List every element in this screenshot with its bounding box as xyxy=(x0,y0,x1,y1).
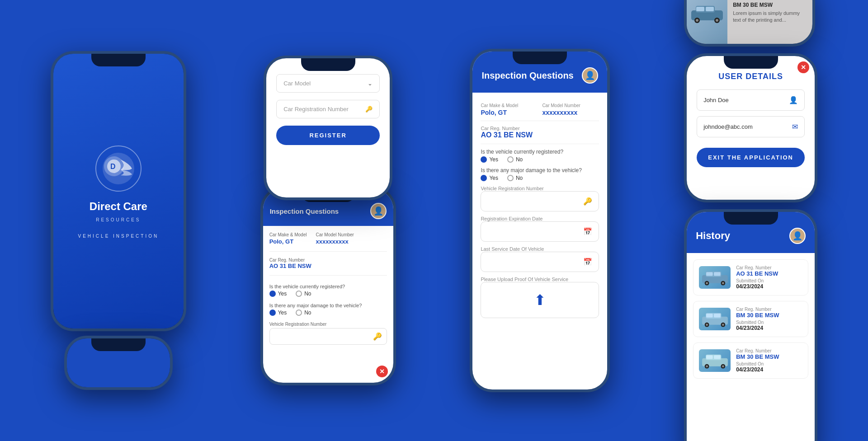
phone-notch-main xyxy=(513,52,567,64)
phone-notch-bottom xyxy=(91,338,146,351)
car-make-item: Car Make & Model Polo, GT xyxy=(481,101,538,116)
history-sub-label-3: Submitted On xyxy=(736,361,779,366)
upload-input[interactable]: ⬆ xyxy=(481,282,599,318)
history-card-3[interactable]: Car Reg. Number BM 30 BE MSW Submitted O… xyxy=(693,342,808,379)
splash-subtitle: RESOURCES xyxy=(96,217,141,222)
phone-notch-history xyxy=(724,212,778,225)
car-preview-info: BM 30 BE MSW Lorem ipsum is simply dummy… xyxy=(727,0,812,44)
key-icon: 🔑 xyxy=(365,106,373,113)
q2-main-label: Is there any major damage to the vehicle… xyxy=(481,167,599,174)
name-value: John Doe xyxy=(703,97,729,103)
car-reg-number-label: Car Reg. Number xyxy=(269,258,387,263)
history-car-img-3 xyxy=(699,349,731,372)
user-icon: 👤 xyxy=(789,96,798,104)
car-info-row: Car Make & Model Polo, GT Car Model Numb… xyxy=(269,232,387,245)
q1-main-no-label: No xyxy=(516,156,523,163)
user-avatar-main: 👤 xyxy=(582,67,598,84)
q1-main-label: Is the vehicle currently registered? xyxy=(481,149,599,155)
q1-no[interactable]: No xyxy=(296,291,311,297)
history-card-info-1: Car Reg. Number AO 31 BE NSW Submitted O… xyxy=(736,265,778,290)
q2-main-no-radio xyxy=(507,175,514,181)
key-icon-reg: 🔑 xyxy=(373,332,382,341)
q2-no-label: No xyxy=(304,310,311,316)
q1-main-no-radio xyxy=(507,156,514,163)
phone-notch-reg xyxy=(301,58,355,71)
q1-main-radio: Yes No xyxy=(481,156,599,163)
q1-main-section: Is the vehicle currently registered? Yes… xyxy=(481,149,599,163)
close-button-user[interactable]: ✕ xyxy=(797,61,809,73)
close-button-insp-back[interactable]: ✕ xyxy=(376,366,388,377)
vehicle-reg-main-input[interactable]: 🔑 xyxy=(481,191,599,211)
q2-main-no[interactable]: No xyxy=(507,175,523,181)
name-field[interactable]: John Doe 👤 xyxy=(697,89,805,111)
q1-no-label: No xyxy=(304,291,311,297)
exit-button[interactable]: EXIT THE APPLICATION xyxy=(697,148,805,167)
user-details-title: USER DETAILS xyxy=(697,72,805,81)
q2-no[interactable]: No xyxy=(296,310,311,316)
q2-main-yes[interactable]: Yes xyxy=(481,175,498,181)
dropdown-icon: ⌄ xyxy=(368,80,373,87)
q1-main-no[interactable]: No xyxy=(507,156,523,163)
history-card-2[interactable]: Car Reg. Number BM 30 BE MSW Submitted O… xyxy=(693,301,808,337)
phone-history: History 👤 xyxy=(684,209,817,441)
car-reg-number-value: AO 31 BE NSW xyxy=(269,263,387,269)
q1-no-radio xyxy=(296,291,302,297)
q2-radio-row: Yes No xyxy=(269,310,387,316)
register-button[interactable]: REGISTER xyxy=(276,126,380,145)
q1-section: Is the vehicle currently registered? Yes… xyxy=(269,281,387,297)
history-sub-label-2: Submitted On xyxy=(736,320,779,325)
svg-point-32 xyxy=(706,365,708,367)
reg-exp-label: Registration Expiration Date xyxy=(481,216,599,221)
q2-main-no-label: No xyxy=(516,175,523,181)
history-car-img-2 xyxy=(699,308,731,330)
last-service-label: Last Service Date Of Vehicle xyxy=(481,246,599,252)
email-field[interactable]: johndoe@abc.com ✉ xyxy=(697,116,805,137)
car-make-col: Car Make & Model Polo, GT xyxy=(269,232,307,245)
history-reg-value-2: BM 30 BE MSW xyxy=(736,312,779,319)
car-info-grid: Car Make & Model Polo, GT Car Model Numb… xyxy=(481,101,599,116)
q2-yes[interactable]: Yes xyxy=(269,310,287,316)
upload-label: Please Upload Proof Of Vehicle Service xyxy=(481,277,599,282)
vehicle-reg-field[interactable]: 🔑 xyxy=(269,328,387,345)
history-sub-date-1: 04/23/2024 xyxy=(736,283,778,290)
insp-back-title: Inspection Questions xyxy=(270,207,339,215)
history-reg-value-3: BM 30 BE MSW xyxy=(736,353,779,360)
svg-point-24 xyxy=(706,324,708,326)
car-preview-thumb xyxy=(687,0,727,44)
history-reg-label-1: Car Reg. Number xyxy=(736,265,778,270)
phone-notch-user xyxy=(724,56,778,69)
inspection-back-screen: Inspection Questions 👤 Car Make & Model … xyxy=(263,189,393,383)
car-model-main-label: Car Model Number xyxy=(542,103,580,108)
reg-exp-input[interactable]: 📅 xyxy=(481,221,599,242)
q2-main-yes-label: Yes xyxy=(489,175,498,181)
car-preview-svg xyxy=(689,1,725,24)
q1-yes[interactable]: Yes xyxy=(269,291,287,297)
splash-tagline: VEHICLE INSPECTION xyxy=(78,234,159,239)
last-service-input[interactable]: 📅 xyxy=(481,252,599,272)
q1-main-yes[interactable]: Yes xyxy=(481,156,498,163)
svg-rect-28 xyxy=(714,314,721,317)
phone-inspection-back: Inspection Questions 👤 Car Make & Model … xyxy=(260,187,396,385)
car-reg-input[interactable]: Car Registration Number 🔑 xyxy=(276,100,380,118)
car-make-value: Polo, GT xyxy=(269,238,293,245)
car-preview-text: Lorem ipsum is simply dummy text of the … xyxy=(733,10,807,24)
calendar-icon-exp: 📅 xyxy=(583,227,592,236)
email-value: johndoe@abc.com xyxy=(703,123,753,130)
history-card-info-3: Car Reg. Number BM 30 BE MSW Submitted O… xyxy=(736,348,779,373)
history-card-1[interactable]: Car Reg. Number AO 31 BE NSW Submitted O… xyxy=(693,259,808,296)
register-screen: Car Model ⌄ Car Registration Number 🔑 RE… xyxy=(266,58,390,197)
insp-back-body: Car Make & Model Polo, GT Car Model Numb… xyxy=(263,226,393,351)
car-reg-section: Car Reg. Number AO 31 BE NSW xyxy=(269,258,387,269)
q1-yes-label: Yes xyxy=(278,291,287,297)
history-screen: History 👤 xyxy=(687,212,815,441)
svg-point-8 xyxy=(696,19,698,22)
q2-yes-label: Yes xyxy=(278,310,287,316)
reg-exp-section: Registration Expiration Date 📅 xyxy=(481,216,599,242)
insp-main-title: Inspection Questions xyxy=(481,70,573,81)
car-model-input[interactable]: Car Model ⌄ xyxy=(276,74,380,93)
q2-yes-radio xyxy=(269,310,276,316)
history-reg-value-1: AO 31 BE NSW xyxy=(736,270,778,277)
car-model-number-label: Car Model Number xyxy=(316,232,354,237)
splash-app-name: Direct Care xyxy=(90,200,147,213)
calendar-icon-service: 📅 xyxy=(583,258,592,266)
